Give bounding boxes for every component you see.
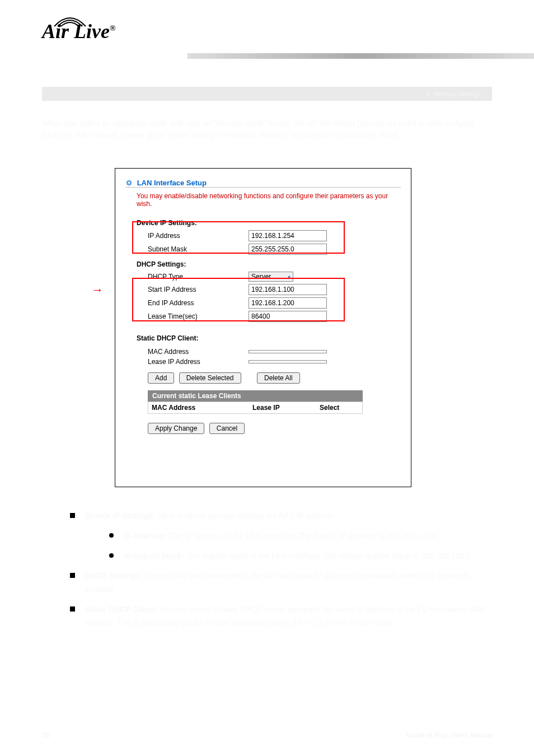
manual-title-footer: AirLive N.Plug User's Manual [405,731,492,739]
start-ip-input[interactable]: 192.168.1.100 [249,284,327,295]
dhcp-settings-group-label: DHCP Settings: [137,260,401,268]
lease-time-input[interactable]: 86400 [249,311,327,322]
end-ip-input[interactable]: 192.168.1.200 [249,297,327,309]
cancel-button[interactable]: Cancel [209,423,245,434]
col-leaseip: Lease IP [249,402,316,413]
ip-address-label: IP Address [148,232,249,240]
dhcp-settings-desc: DHCP Settings: Devices that are connecte… [85,570,492,596]
lease-time-label: Lease Time(sec) [148,312,249,320]
static-lease-table-title: Current static Lease Clients [148,390,363,402]
chapter-bar: 4. Wireless Settings [42,87,492,101]
circle-bullet-icon [109,533,114,538]
square-bullet-icon [70,573,75,578]
svg-point-0 [128,181,130,184]
ip-address-input[interactable]: 192.168.1.254 [249,230,327,241]
wifi-arc-icon [53,14,87,28]
end-ip-label: End IP Address [148,299,249,307]
arrow-right-icon: → [91,283,104,297]
header-divider [188,53,534,59]
col-select: Select [316,402,361,413]
col-mac: MAC Address [148,402,249,413]
static-dhcp-group-label: Static DHCP Client: [137,334,401,342]
lease-ip-input[interactable] [249,360,327,363]
subnet-mask-label: Subnet Mask [148,245,249,253]
ip-subnet-desc: IP Subnet Mask: The Subnet Mask of the L… [124,550,492,563]
mac-address-label: MAC Address [148,348,249,356]
mac-address-input[interactable] [249,350,327,353]
subnet-mask-input[interactable]: 255.255.255.0 [249,244,327,255]
registered-icon: ® [110,24,115,32]
ip-address-desc: IP Address: The IP address of the LAN in… [124,530,492,543]
delete-all-button[interactable]: Delete All [257,372,300,384]
panel-title: LAN Interface Setup [125,179,401,188]
device-ip-group-label: Device IP Settings: [137,219,401,227]
intro-paragraph: When you select an operation mode and cl… [42,118,492,141]
add-button[interactable]: Add [148,372,174,384]
panel-subtitle: You may enable/disable networking functi… [137,192,401,208]
logo: Air Live® [42,20,115,43]
lease-ip-label: Lease IP Address [148,358,249,366]
circle-bullet-icon [109,553,114,558]
static-dhcp-desc: Static DHCP Client: You can select to ha… [85,603,492,630]
dhcp-type-label: DHCP Type [148,273,249,281]
square-bullet-icon [70,513,75,518]
description-block: Device IP Settings: Here is where you ca… [42,510,492,637]
chevron-down-icon: ▾ [288,274,291,280]
dhcp-type-select[interactable]: Server ▾ [249,272,293,282]
gear-icon [125,179,133,186]
static-lease-table-header: MAC Address Lease IP Select [148,402,363,414]
page-number: 35 [42,731,49,739]
device-ip-desc: Device IP Settings: Here is where you ca… [85,510,492,523]
chapter-title: 4. Wireless Settings [427,91,481,97]
apply-change-button[interactable]: Apply Change [148,423,204,434]
square-bullet-icon [70,606,75,612]
start-ip-label: Start IP Address [148,286,249,293]
delete-selected-button[interactable]: Delete Selected [179,372,241,384]
lan-setup-panel: LAN Interface Setup You may enable/disab… [115,168,411,487]
